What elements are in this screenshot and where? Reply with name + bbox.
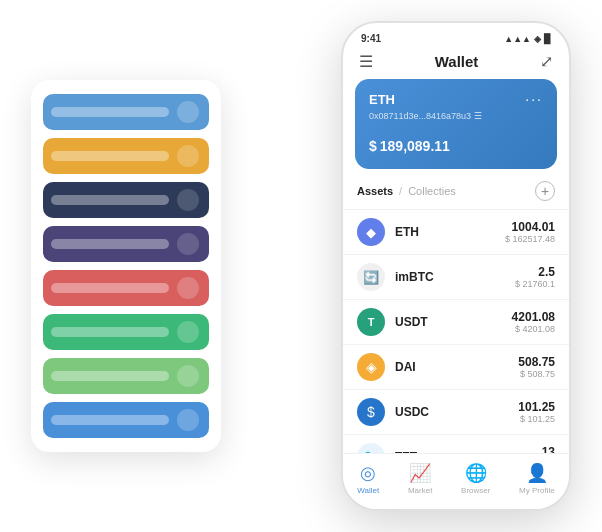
list-item[interactable]: [43, 226, 209, 262]
expand-icon[interactable]: ⤢: [540, 52, 553, 71]
asset-name-usdt: USDT: [395, 315, 512, 329]
asset-name-eth: ETH: [395, 225, 505, 239]
asset-amounts-usdt: 4201.08 $ 4201.08: [512, 310, 555, 334]
card-dot: [177, 101, 199, 123]
usdt-icon: T: [357, 308, 385, 336]
asset-amount-tft: 13: [542, 445, 555, 453]
asset-amount-usdc: 101.25: [518, 400, 555, 414]
status-time: 9:41: [361, 33, 381, 44]
eth-balance: $189,089.11: [369, 131, 543, 157]
profile-nav-icon: 👤: [526, 462, 548, 484]
currency-symbol: $: [369, 138, 377, 154]
asset-amounts-tft: 13 0: [542, 445, 555, 453]
card-dot: [177, 145, 199, 167]
scene: 9:41 ▲▲▲ ◈ ▉ ☰ Wallet ⤢ ETH ··· 0x08711d…: [11, 11, 591, 521]
table-row[interactable]: T USDT 4201.08 $ 4201.08: [343, 299, 569, 344]
table-row[interactable]: 🐦 TFT 13 0: [343, 434, 569, 453]
nav-item-market[interactable]: 📈 Market: [408, 462, 432, 495]
card-dot: [177, 321, 199, 343]
card-stack: [31, 80, 221, 452]
asset-amount-imbtc: 2.5: [515, 265, 555, 279]
list-item[interactable]: [43, 314, 209, 350]
status-icons: ▲▲▲ ◈ ▉: [504, 34, 551, 44]
browser-nav-icon: 🌐: [465, 462, 487, 484]
card-bar: [51, 371, 169, 381]
add-icon: +: [541, 183, 549, 199]
phone-header: ☰ Wallet ⤢: [343, 48, 569, 79]
nav-item-browser[interactable]: 🌐 Browser: [461, 462, 490, 495]
tab-collecties[interactable]: Collecties: [408, 185, 456, 197]
tab-divider: /: [399, 185, 402, 197]
card-bar: [51, 151, 169, 161]
assets-tabs: Assets / Collecties: [357, 185, 456, 197]
asset-usd-eth: $ 162517.48: [505, 234, 555, 244]
list-item[interactable]: [43, 138, 209, 174]
bottom-nav: ◎ Wallet 📈 Market 🌐 Browser 👤 My Profile: [343, 453, 569, 509]
phone: 9:41 ▲▲▲ ◈ ▉ ☰ Wallet ⤢ ETH ··· 0x08711d…: [341, 21, 571, 511]
profile-nav-label: My Profile: [519, 486, 555, 495]
dai-icon: ◈: [357, 353, 385, 381]
market-nav-icon: 📈: [409, 462, 431, 484]
card-bar: [51, 239, 169, 249]
nav-item-wallet[interactable]: ◎ Wallet: [357, 462, 379, 495]
card-dot: [177, 233, 199, 255]
nav-item-profile[interactable]: 👤 My Profile: [519, 462, 555, 495]
asset-amount-dai: 508.75: [518, 355, 555, 369]
signal-icon: ▲▲▲: [504, 34, 531, 44]
menu-icon[interactable]: ☰: [359, 52, 373, 71]
list-item[interactable]: [43, 402, 209, 438]
balance-amount: 189,089.11: [380, 138, 450, 154]
card-bar: [51, 283, 169, 293]
card-bar: [51, 327, 169, 337]
table-row[interactable]: ◆ ETH 1004.01 $ 162517.48: [343, 209, 569, 254]
assets-header: Assets / Collecties +: [343, 181, 569, 209]
list-item[interactable]: [43, 182, 209, 218]
eth-address: 0x08711d3e...8416a78u3 ☰: [369, 111, 543, 121]
card-dot: [177, 365, 199, 387]
tab-assets[interactable]: Assets: [357, 185, 393, 197]
tft-icon: 🐦: [357, 443, 385, 453]
asset-usd-usdt: $ 4201.08: [512, 324, 555, 334]
card-dot: [177, 409, 199, 431]
eth-card-header: ETH ···: [369, 91, 543, 107]
imbtc-icon: 🔄: [357, 263, 385, 291]
card-bar: [51, 195, 169, 205]
list-item[interactable]: [43, 358, 209, 394]
card-dot: [177, 277, 199, 299]
wifi-icon: ◈: [534, 34, 541, 44]
battery-icon: ▉: [544, 34, 551, 44]
card-bar: [51, 415, 169, 425]
table-row[interactable]: ◈ DAI 508.75 $ 508.75: [343, 344, 569, 389]
wallet-nav-icon: ◎: [360, 462, 376, 484]
phone-body: ETH ··· 0x08711d3e...8416a78u3 ☰ $189,08…: [343, 79, 569, 453]
usdc-icon: $: [357, 398, 385, 426]
list-item[interactable]: [43, 94, 209, 130]
eth-icon: ◆: [357, 218, 385, 246]
list-item[interactable]: [43, 270, 209, 306]
asset-usd-dai: $ 508.75: [518, 369, 555, 379]
browser-nav-label: Browser: [461, 486, 490, 495]
wallet-nav-label: Wallet: [357, 486, 379, 495]
eth-card-menu[interactable]: ···: [525, 91, 543, 107]
card-dot: [177, 189, 199, 211]
page-title: Wallet: [435, 53, 479, 70]
asset-name-usdc: USDC: [395, 405, 518, 419]
asset-amounts-dai: 508.75 $ 508.75: [518, 355, 555, 379]
table-row[interactable]: $ USDC 101.25 $ 101.25: [343, 389, 569, 434]
asset-amounts-eth: 1004.01 $ 162517.48: [505, 220, 555, 244]
market-nav-label: Market: [408, 486, 432, 495]
asset-amounts-imbtc: 2.5 $ 21760.1: [515, 265, 555, 289]
asset-amount-eth: 1004.01: [505, 220, 555, 234]
asset-name-imbtc: imBTC: [395, 270, 515, 284]
status-bar: 9:41 ▲▲▲ ◈ ▉: [343, 23, 569, 48]
asset-amounts-usdc: 101.25 $ 101.25: [518, 400, 555, 424]
asset-name-dai: DAI: [395, 360, 518, 374]
card-bar: [51, 107, 169, 117]
add-asset-button[interactable]: +: [535, 181, 555, 201]
asset-usd-imbtc: $ 21760.1: [515, 279, 555, 289]
asset-amount-usdt: 4201.08: [512, 310, 555, 324]
table-row[interactable]: 🔄 imBTC 2.5 $ 21760.1: [343, 254, 569, 299]
asset-usd-usdc: $ 101.25: [518, 414, 555, 424]
eth-card-label: ETH: [369, 92, 395, 107]
eth-card[interactable]: ETH ··· 0x08711d3e...8416a78u3 ☰ $189,08…: [355, 79, 557, 169]
